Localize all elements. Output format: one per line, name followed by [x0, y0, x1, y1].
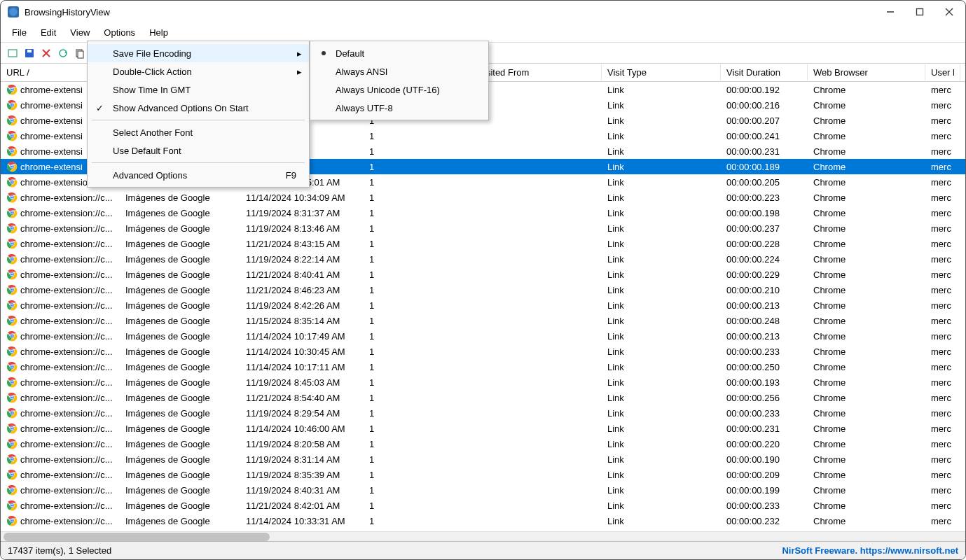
- status-right[interactable]: NirSoft Freeware. https://www.nirsoft.ne…: [782, 545, 958, 556]
- encoding-item-label: Default: [336, 48, 364, 59]
- options-item[interactable]: Select Another Font: [88, 123, 309, 141]
- table-row[interactable]: chrome-extension://c...Imágenes de Googl…: [1, 513, 965, 528]
- svg-point-124: [11, 504, 13, 506]
- cell-user: merc: [925, 484, 960, 497]
- encoding-item[interactable]: Always ANSI: [310, 62, 488, 80]
- options-item[interactable]: Show Time In GMT: [88, 80, 309, 99]
- cell-visit-count: 1: [364, 222, 478, 235]
- header-visit-duration[interactable]: Visit Duration: [721, 64, 808, 80]
- close-button[interactable]: [944, 7, 954, 17]
- cell-user: merc: [925, 160, 960, 174]
- header-visited-from[interactable]: isited From: [478, 64, 602, 80]
- cell-visit-count: 1: [364, 330, 478, 343]
- cell-title: Imágenes de Google: [120, 407, 240, 420]
- table-row[interactable]: chrome-extension://c...Imágenes de Googl…: [1, 328, 965, 344]
- table-row[interactable]: chrome-extension://c...Imágenes de Googl…: [1, 282, 965, 298]
- cell-user: merc: [925, 299, 960, 312]
- cell-visit-duration: 00:00:00.216: [721, 99, 808, 112]
- toolbar-delete-icon[interactable]: [40, 47, 53, 59]
- options-item[interactable]: Double-Click Action▸: [88, 62, 309, 80]
- toolbar-copy-icon[interactable]: [74, 47, 86, 59]
- encoding-item[interactable]: Default: [310, 44, 488, 62]
- cell-visit-type: Link: [602, 391, 721, 405]
- header-web-browser[interactable]: Web Browser: [808, 64, 925, 80]
- cell-url: chrome-extension://c...: [1, 498, 120, 512]
- encoding-item[interactable]: Always Unicode (UTF-16): [310, 80, 488, 99]
- table-row[interactable]: chrome-extension://c...Imágenes de Googl…: [1, 436, 965, 451]
- table-row[interactable]: chrome-extension://c...Imágenes de Googl…: [1, 390, 965, 405]
- cell-visit-count: 1: [364, 299, 478, 312]
- cell-visited-from: [478, 304, 602, 307]
- options-item[interactable]: Advanced OptionsF9: [88, 166, 309, 184]
- minimize-button[interactable]: [885, 7, 895, 17]
- cell-visit-duration: 00:00:00.233: [721, 407, 808, 420]
- cell-web-browser: Chrome: [808, 191, 925, 204]
- svg-point-68: [11, 288, 13, 290]
- cell-url: chrome-extension://c...: [1, 344, 120, 358]
- table-row[interactable]: chrome-extension://c...Imágenes de Googl…: [1, 236, 965, 251]
- check-icon: ✓: [96, 103, 104, 113]
- table-row[interactable]: chrome-extension://c...Imágenes de Googl…: [1, 190, 965, 205]
- table-row[interactable]: chrome-extension://c...Imágenes de Googl…: [1, 267, 965, 282]
- toolbar-refresh-icon[interactable]: [57, 47, 69, 59]
- cell-visit-time: 11/14/2024 10:33:31 AM: [240, 514, 364, 528]
- cell-web-browser: Chrome: [808, 499, 925, 512]
- options-item[interactable]: Use Default Font: [88, 141, 309, 160]
- table-row[interactable]: chrome-extension://c...Imágenes de Googl…: [1, 313, 965, 328]
- cell-visit-duration: 00:00:00.213: [721, 330, 808, 343]
- cell-visit-duration: 00:00:00.250: [721, 360, 808, 374]
- toolbar-open-icon[interactable]: [6, 47, 19, 59]
- cell-user: merc: [925, 268, 960, 281]
- cell-visited-from: [478, 504, 602, 507]
- options-item-label: Double-Click Action: [113, 66, 192, 77]
- table-row[interactable]: chrome-extension://c...Imágenes de Googl…: [1, 467, 965, 482]
- options-item[interactable]: Save File Encoding▸: [88, 44, 309, 62]
- titlebar: BrowsingHistoryView: [1, 1, 965, 23]
- svg-rect-12: [78, 51, 83, 58]
- header-visit-type[interactable]: Visit Type: [602, 64, 721, 80]
- table-row[interactable]: chrome-extension://c...Imágenes de Googl…: [1, 451, 965, 467]
- cell-user: merc: [925, 130, 960, 143]
- table-row[interactable]: chrome-extension://c...Imágenes de Googl…: [1, 498, 965, 513]
- cell-user: merc: [925, 206, 960, 220]
- cell-visited-from: [478, 427, 602, 430]
- table-row[interactable]: chrome-extension://c...Imágenes de Googl…: [1, 251, 965, 267]
- toolbar-save-icon[interactable]: [23, 47, 36, 59]
- table-row[interactable]: chrome-extension://c...Imágenes de Googl…: [1, 220, 965, 236]
- table-row[interactable]: chrome-extension://c...Imágenes de Googl…: [1, 344, 965, 359]
- table-row[interactable]: chrome-extension://c...Imágenes de Googl…: [1, 205, 965, 220]
- menu-options[interactable]: Options: [97, 24, 142, 41]
- menu-help[interactable]: Help: [142, 24, 175, 41]
- svg-point-104: [11, 427, 13, 429]
- maximize-button[interactable]: [915, 7, 925, 17]
- cell-url: chrome-extension://c...: [1, 267, 120, 281]
- table-row[interactable]: chrome-extension://c...Imágenes de Googl…: [1, 482, 965, 498]
- cell-visit-count: 1: [364, 360, 478, 374]
- table-row[interactable]: chrome-extension://c...Imágenes de Googl…: [1, 421, 965, 436]
- options-item-label: Show Advanced Options On Start: [113, 103, 249, 113]
- options-item-label: Select Another Font: [113, 127, 193, 138]
- horizontal-scrollbar[interactable]: [1, 531, 965, 541]
- svg-point-72: [11, 304, 13, 306]
- table-row[interactable]: chrome-extension://c...Imágenes de Googl…: [1, 374, 965, 390]
- cell-visit-time: 11/19/2024 8:20:58 AM: [240, 438, 364, 451]
- menu-file[interactable]: File: [5, 24, 34, 41]
- menu-view[interactable]: View: [63, 24, 97, 41]
- cell-url: chrome-extension://c...: [1, 391, 120, 405]
- cell-visited-from: [478, 181, 602, 183]
- options-item[interactable]: ✓Show Advanced Options On Start: [88, 99, 309, 117]
- table-row[interactable]: chrome-extension://c...Imágenes de Googl…: [1, 298, 965, 313]
- encoding-item[interactable]: Always UTF-8: [310, 99, 488, 117]
- svg-rect-1: [917, 9, 923, 15]
- cell-title: Imágenes de Google: [120, 453, 240, 466]
- header-user[interactable]: User l: [925, 64, 960, 80]
- cell-visit-type: Link: [602, 114, 721, 127]
- cell-user: merc: [925, 191, 960, 204]
- svg-point-120: [11, 489, 13, 491]
- table-row[interactable]: chrome-extension://c...Imágenes de Googl…: [1, 405, 965, 421]
- scrollbar-thumb[interactable]: [4, 533, 270, 541]
- menu-edit[interactable]: Edit: [34, 24, 63, 41]
- cell-visit-count: 1: [364, 407, 478, 420]
- table-row[interactable]: chrome-extension://c...Imágenes de Googl…: [1, 359, 965, 374]
- svg-rect-4: [8, 50, 17, 57]
